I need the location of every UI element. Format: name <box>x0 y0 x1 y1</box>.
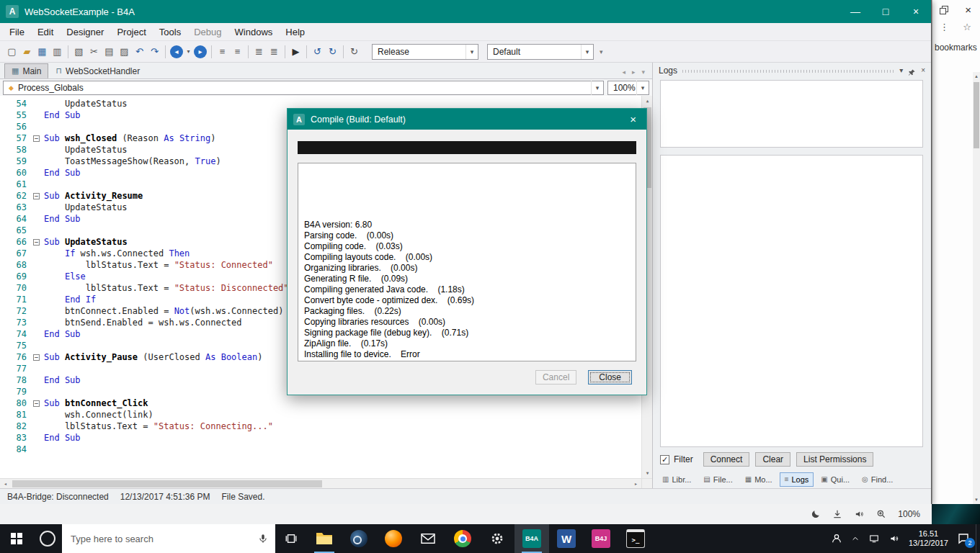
log-filter-box[interactable] <box>660 80 923 148</box>
code-line[interactable]: 83End Sub <box>0 432 641 444</box>
cancel-button[interactable]: Cancel <box>535 370 576 385</box>
menu-edit[interactable]: Edit <box>31 23 60 41</box>
maximize-button[interactable]: □ <box>870 0 901 23</box>
redo-icon[interactable]: ↷ <box>147 44 162 60</box>
kebab-menu-icon[interactable]: ⋮ <box>940 22 949 32</box>
network-icon[interactable] <box>868 534 880 544</box>
moon-icon[interactable] <box>811 509 821 519</box>
download-icon[interactable] <box>832 509 842 519</box>
toolbar-overflow-icon[interactable]: ▾ <box>600 48 603 55</box>
code-line[interactable]: 80−Sub btnConnect_Click <box>0 397 641 409</box>
comment-icon[interactable]: ≣ <box>251 44 267 60</box>
menu-project[interactable]: Project <box>110 23 152 41</box>
action-center-button[interactable]: 2 <box>957 532 970 545</box>
taskbar-app-mail[interactable] <box>411 524 445 553</box>
menu-help[interactable]: Help <box>279 23 311 41</box>
tab-websockethandler[interactable]: ⊓WebSocketHandler <box>48 63 147 78</box>
compile-log[interactable]: B4A version: 6.80Parsing code. (0.00s)Co… <box>298 163 636 361</box>
zoom-level-value[interactable]: 100% <box>898 509 920 519</box>
build-profile-select[interactable]: Default ▾ <box>487 44 594 60</box>
taskbar-app-chrome[interactable] <box>445 524 480 553</box>
fold-collapse-icon[interactable]: − <box>33 190 44 202</box>
back-history-dropdown[interactable]: ▾ <box>184 44 192 60</box>
tab-scroll-left-icon[interactable]: ◂ <box>622 68 625 76</box>
task-view-button[interactable] <box>275 524 307 553</box>
toolbar-separator[interactable] <box>165 45 166 58</box>
taskbar-app-command-prompt[interactable]: >_ <box>618 524 653 553</box>
show-desktop-button[interactable] <box>976 524 980 553</box>
tab-scroll-right-icon[interactable]: ▸ <box>632 68 636 76</box>
chevron-up-icon[interactable] <box>851 535 860 542</box>
toolbar-separator[interactable] <box>343 45 344 58</box>
tab-list-icon[interactable]: ▾ <box>641 68 645 76</box>
editor-horizontal-scrollbar[interactable]: ◂ ▸ <box>0 478 652 488</box>
taskbar-app-steam[interactable] <box>342 524 376 553</box>
chevron-down-icon[interactable]: ▾ <box>581 45 593 59</box>
cortana-button[interactable] <box>33 524 62 553</box>
menu-file[interactable]: File <box>3 23 31 41</box>
editor-zoom-select[interactable]: 100% ▾ <box>607 81 649 95</box>
volume-icon[interactable] <box>854 509 865 519</box>
code-line[interactable]: 81 wsh.Connect(link) <box>0 409 641 421</box>
tab-files[interactable]: ▤File... <box>698 472 737 487</box>
navigate-forward-icon[interactable]: ▸ <box>194 45 207 58</box>
close-dialog-button[interactable]: Close <box>588 370 632 385</box>
fold-collapse-icon[interactable]: − <box>33 236 44 248</box>
taskbar-app-firefox[interactable] <box>376 524 411 553</box>
menu-debug[interactable]: Debug <box>187 23 228 41</box>
scope-select[interactable]: ◆ Process_Globals ▾ <box>3 81 604 95</box>
menu-designer[interactable]: Designer <box>60 23 110 41</box>
undo-icon[interactable]: ↶ <box>132 44 147 60</box>
filter-checkbox[interactable]: ✓ <box>660 455 669 464</box>
toolbar-separator[interactable] <box>248 45 249 58</box>
outdent-icon[interactable]: ≡ <box>215 44 230 60</box>
toolbar-separator[interactable] <box>211 45 212 58</box>
close-window-icon[interactable]: × <box>965 6 971 14</box>
open-project-icon[interactable]: ▰ <box>19 44 35 60</box>
scrollbar-thumb[interactable] <box>12 480 322 487</box>
taskbar-app-b4a[interactable]: B4A <box>514 524 549 553</box>
bookmark-star-icon[interactable]: ☆ <box>963 22 971 32</box>
code-line[interactable]: 82 lblStatus.Text = "Status: Connecting.… <box>0 421 641 432</box>
build-configuration-select[interactable]: Release ▾ <box>372 44 478 60</box>
taskbar-clock[interactable]: 16.51 13/12/2017 <box>909 529 948 548</box>
connect-button[interactable]: Connect <box>703 452 750 467</box>
bookmarks-label[interactable]: bookmarks <box>932 32 980 53</box>
tab-libraries[interactable]: ▥Libr... <box>657 472 696 487</box>
minimize-button[interactable]: — <box>840 0 870 23</box>
fold-collapse-icon[interactable]: − <box>33 351 44 363</box>
run-icon[interactable]: ▶ <box>288 44 303 60</box>
microphone-icon[interactable] <box>258 533 268 544</box>
taskbar-app-settings[interactable] <box>480 524 514 553</box>
dialog-close-icon[interactable]: × <box>625 113 641 125</box>
tab-modules[interactable]: ▦Mo... <box>740 472 778 487</box>
fold-collapse-icon[interactable]: − <box>33 397 44 409</box>
scroll-down-icon[interactable]: ▼ <box>973 495 980 504</box>
panel-close-icon[interactable]: × <box>921 63 925 78</box>
modules-icon[interactable]: ▥ <box>50 44 65 60</box>
clear-button[interactable]: Clear <box>755 452 790 467</box>
code-line[interactable]: 84 <box>0 444 641 455</box>
scroll-down-icon[interactable]: ▼ <box>642 468 652 478</box>
uncomment-icon[interactable]: ≣ <box>267 44 282 60</box>
paste-icon[interactable]: ▨ <box>117 44 132 60</box>
tab-logs[interactable]: ≡Logs <box>780 472 814 487</box>
panel-menu-icon[interactable]: ▾ <box>899 63 903 78</box>
taskbar-search[interactable]: Type here to search <box>62 524 275 553</box>
cut-icon[interactable]: ✂ <box>86 44 102 60</box>
tab-main[interactable]: ▦Main <box>4 63 48 78</box>
restore-window-icon[interactable] <box>940 6 948 14</box>
people-icon[interactable] <box>831 533 842 544</box>
rebuild-icon[interactable]: ↻ <box>325 44 340 60</box>
zoom-in-icon[interactable] <box>876 509 886 519</box>
menu-tools[interactable]: Tools <box>153 23 187 41</box>
start-button[interactable] <box>0 524 33 553</box>
copy-icon[interactable]: ▤ <box>102 44 117 60</box>
list-permissions-button[interactable]: List Permissions <box>796 452 873 467</box>
taskbar-app-b4j[interactable]: B4J <box>584 524 618 553</box>
panel-drag-handle[interactable] <box>682 70 894 73</box>
navigate-back-icon[interactable]: ◂ <box>170 45 183 58</box>
compile-to-library-icon[interactable]: ↺ <box>310 44 325 60</box>
restart-icon[interactable]: ↻ <box>347 44 362 60</box>
toolbar-separator[interactable] <box>68 45 68 58</box>
